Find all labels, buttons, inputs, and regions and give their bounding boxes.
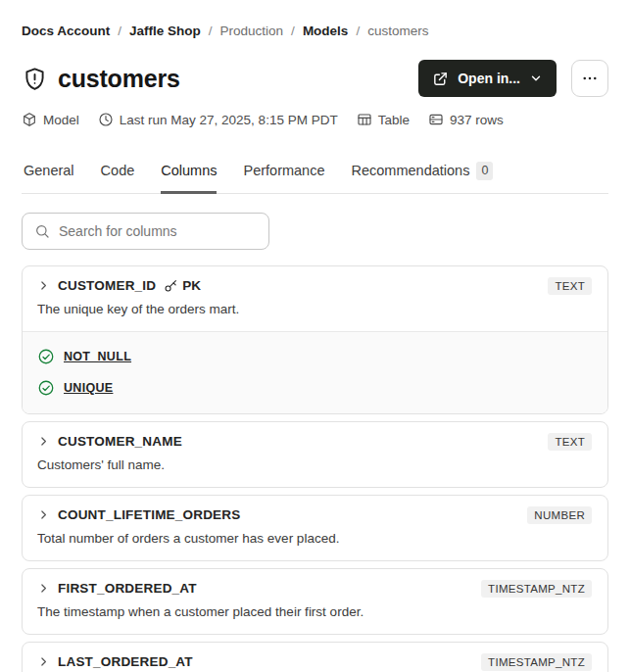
tab-recommendations[interactable]: Recommendations0 (352, 162, 494, 194)
tab-performance[interactable]: Performance (243, 162, 324, 194)
breadcrumb-separator: / (209, 24, 213, 39)
search-input[interactable] (59, 223, 257, 239)
meta-icon-wrap (98, 112, 114, 127)
table-icon (357, 112, 372, 127)
test-row: NOT_NULL (37, 341, 592, 372)
meta-item: Table (357, 112, 410, 127)
tab-bar: GeneralCodeColumnsPerformanceRecommendat… (22, 162, 608, 194)
check-circle-icon (37, 348, 55, 365)
check-circle-icon (37, 379, 55, 397)
header-actions: Open in... (418, 60, 608, 97)
search-icon (34, 223, 50, 239)
tab-general[interactable]: General (24, 162, 74, 194)
column-card: LAST_ORDERED_ATTIMESTAMP_NTZThe timestam… (22, 642, 608, 672)
external-link-icon (432, 71, 449, 87)
page-header: customers Open in... (22, 60, 608, 97)
breadcrumb-item-jaffle-shop[interactable]: Jaffle Shop (129, 24, 201, 39)
column-description: Customers' full name. (23, 451, 607, 487)
column-card-header: CUSTOMER_NAMETEXT (23, 422, 607, 451)
breadcrumb-item-docs-account[interactable]: Docs Account (22, 24, 110, 39)
breadcrumb-item-production[interactable]: Production (220, 24, 284, 39)
shield-alert-icon (22, 66, 48, 92)
tab-label: General (24, 163, 74, 178)
test-link-unique[interactable]: UNIQUE (64, 381, 113, 395)
column-name: CUSTOMER_NAME (58, 434, 182, 449)
tab-badge: 0 (476, 162, 493, 180)
column-card: CUSTOMER_IDPKTEXTThe unique key of the o… (22, 265, 608, 414)
external-link-icon (432, 71, 449, 87)
meta-icon-wrap (428, 112, 444, 127)
check-circle-icon (37, 379, 55, 397)
column-tests: NOT_NULLUNIQUE (23, 331, 607, 413)
open-in-button[interactable]: Open in... (418, 60, 557, 97)
column-card-header: FIRST_ORDERED_ATTIMESTAMP_NTZ (23, 569, 607, 598)
key-icon (164, 278, 178, 293)
expand-chevron-right-icon[interactable] (37, 508, 50, 521)
meta-item: 937 rows (428, 112, 504, 127)
column-name: FIRST_ORDERED_AT (58, 581, 197, 596)
cube-icon (22, 112, 37, 127)
column-name: COUNT_LIFETIME_ORDERS (58, 507, 240, 522)
primary-key-indicator: PK (164, 278, 201, 293)
breadcrumb-item-customers[interactable]: customers (367, 24, 428, 39)
chevron-down-icon (529, 72, 543, 85)
rows-icon (428, 112, 444, 127)
breadcrumb-separator: / (356, 24, 360, 39)
column-card: FIRST_ORDERED_ATTIMESTAMP_NTZThe timesta… (22, 568, 608, 635)
meta-item: Model (22, 112, 79, 127)
meta-label: 937 rows (450, 113, 504, 127)
column-search (22, 213, 269, 250)
test-row: UNIQUE (37, 372, 592, 404)
meta-label: Table (378, 113, 410, 127)
check-circle-icon (37, 348, 55, 365)
column-card: CUSTOMER_NAMETEXTCustomers' full name. (22, 421, 608, 488)
column-card-header: LAST_ORDERED_ATTIMESTAMP_NTZ (23, 643, 607, 671)
clock-icon (98, 112, 114, 127)
open-in-label: Open in... (458, 71, 520, 86)
expand-chevron-right-icon[interactable] (37, 582, 50, 595)
title-wrap: customers (22, 65, 180, 93)
column-card-header: COUNT_LIFETIME_ORDERSNUMBER (23, 496, 607, 524)
column-description: The timestamp when a customer placed the… (23, 598, 607, 634)
breadcrumb-item-models[interactable]: Models (303, 24, 349, 39)
model-meta-row: ModelLast run May 27, 2025, 8:15 PM PDTT… (22, 112, 608, 127)
tab-label: Columns (161, 163, 217, 178)
column-type-badge: NUMBER (527, 506, 592, 524)
shield-alert-icon (22, 66, 48, 92)
tab-label: Code (101, 163, 135, 178)
column-card: COUNT_LIFETIME_ORDERSNUMBERTotal number … (22, 495, 608, 561)
ellipsis-icon (581, 70, 599, 87)
model-page: Docs Account/Jaffle Shop/Production/Mode… (0, 0, 630, 672)
meta-label: Model (43, 113, 79, 127)
tab-label: Performance (243, 163, 324, 178)
column-description: The unique key of the orders mart. (23, 295, 607, 331)
expand-chevron-right-icon[interactable] (37, 279, 50, 292)
column-list: CUSTOMER_IDPKTEXTThe unique key of the o… (22, 265, 608, 672)
column-card-header: CUSTOMER_IDPKTEXT (23, 266, 607, 295)
column-type-badge: TIMESTAMP_NTZ (481, 653, 592, 671)
column-type-badge: TIMESTAMP_NTZ (481, 580, 592, 598)
expand-chevron-right-icon[interactable] (37, 435, 50, 448)
ellipsis-icon (581, 70, 599, 87)
key-icon (164, 278, 178, 293)
meta-item: Last run May 27, 2025, 8:15 PM PDT (98, 112, 338, 127)
column-name: CUSTOMER_ID (58, 278, 156, 293)
meta-icon-wrap (22, 112, 37, 127)
column-description: Total number of orders a customer has ev… (23, 524, 607, 560)
breadcrumb-separator: / (291, 24, 295, 39)
tab-columns[interactable]: Columns (161, 162, 217, 194)
search-icon (34, 223, 50, 239)
tab-code[interactable]: Code (101, 162, 135, 194)
more-actions-button[interactable] (571, 60, 608, 97)
expand-chevron-right-icon[interactable] (37, 655, 50, 668)
breadcrumb: Docs Account/Jaffle Shop/Production/Mode… (22, 24, 608, 39)
meta-label: Last run May 27, 2025, 8:15 PM PDT (120, 113, 338, 127)
column-type-badge: TEXT (548, 277, 592, 295)
page-title: customers (58, 65, 180, 93)
meta-icon-wrap (357, 112, 372, 127)
chevron-down-icon (529, 72, 543, 85)
column-name: LAST_ORDERED_AT (58, 654, 193, 669)
column-type-badge: TEXT (548, 433, 592, 451)
test-link-not_null[interactable]: NOT_NULL (64, 350, 131, 363)
tab-label: Recommendations (352, 163, 470, 178)
